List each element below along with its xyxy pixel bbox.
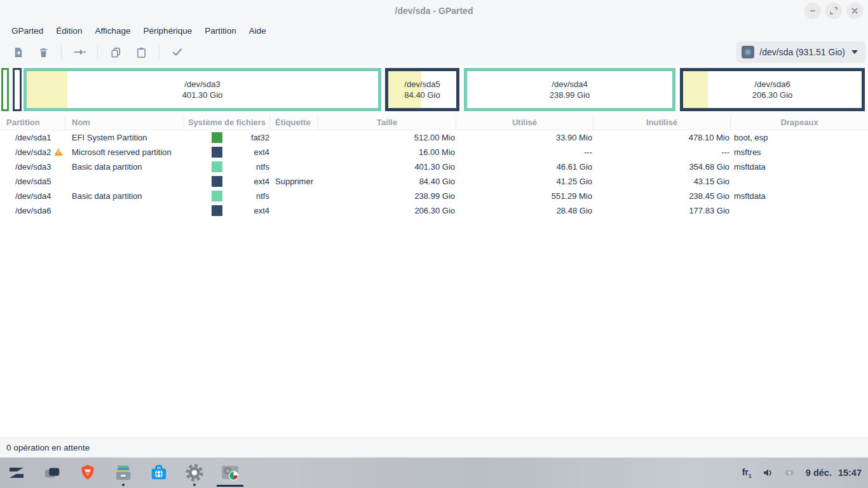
cell-drapeaux: msftdata [731, 189, 868, 203]
software-store-icon [149, 463, 168, 482]
time-label: 15:47 [838, 468, 862, 478]
cell-taille: 401.30 Gio [318, 159, 456, 174]
column-header-etiquette[interactable]: Étiquette [270, 116, 318, 130]
cell-utilise: 33.90 Mio [456, 130, 593, 145]
close-button[interactable] [846, 3, 863, 19]
gparted-icon [220, 463, 240, 483]
cell-inutilise: 238.45 Gio [593, 189, 731, 203]
table-row[interactable]: /dev/sda6ext4206.30 Gio28.48 Gio177.83 G… [0, 203, 868, 218]
date-label: 9 déc. [806, 468, 832, 478]
column-header-systeme[interactable]: Système de fichiers [184, 116, 270, 130]
cell-inutilise: 177.83 Gio [593, 203, 731, 218]
partition-segment-sda4[interactable]: /dev/sda4238.99 Gio [464, 68, 675, 111]
restore-button[interactable] [825, 3, 842, 19]
partition-segment-sda1[interactable] [1, 68, 9, 111]
cell-etiquette [270, 159, 318, 174]
column-header-utilise[interactable]: Utilisé [456, 116, 593, 130]
minimize-icon [809, 7, 817, 15]
cell-drapeaux: msftdata [731, 159, 868, 174]
table-row[interactable]: /dev/sda3Basic data partitionntfs401.30 … [0, 159, 868, 174]
clock[interactable]: 9 déc. 15:47 [806, 468, 862, 478]
column-header-taille[interactable]: Taille [318, 116, 456, 130]
cell-etiquette: Supprimer [270, 174, 318, 189]
menu-edition[interactable]: Édition [51, 24, 87, 37]
zorin-menu-icon [6, 463, 27, 483]
workspaces-button[interactable] [39, 459, 65, 487]
volume-icon[interactable] [762, 467, 775, 478]
cell-partition: /dev/sda2 [0, 145, 65, 159]
chevron-down-icon [851, 50, 858, 54]
running-indicator-dot [122, 484, 125, 486]
file-manager-icon [114, 463, 133, 482]
cell-name: EFI System Partition [65, 130, 184, 145]
paste-button[interactable] [131, 43, 151, 62]
menu-bar: GParted Édition Affichage Périphérique P… [0, 22, 868, 39]
partition-segment-sda3[interactable]: /dev/sda3401.30 Gio [24, 68, 381, 111]
column-header-nom[interactable]: Nom [65, 116, 184, 130]
cell-inutilise: --- [593, 145, 731, 159]
menu-aide[interactable]: Aide [244, 24, 271, 37]
hard-disk-icon [742, 46, 754, 58]
brave-browser-button[interactable] [75, 459, 100, 487]
taskbar: fr1 9 déc. 15:47 [0, 458, 868, 488]
filesystem-color-swatch [212, 147, 222, 158]
partition-segment-label: /dev/sda3401.30 Gio [27, 71, 378, 108]
desktop: /dev/sda - GParted GParted [0, 0, 868, 488]
cell-filesystem: fat32 [184, 130, 270, 145]
cell-filesystem: ext4 [184, 203, 270, 218]
cell-filesystem: ext4 [184, 174, 270, 189]
cell-etiquette [270, 189, 318, 203]
menu-gparted[interactable]: GParted [6, 24, 48, 37]
device-selector[interactable]: /dev/sda (931.51 Gio) [736, 41, 865, 63]
restore-icon [830, 7, 837, 15]
cell-partition: /dev/sda1 [0, 130, 65, 145]
resize-move-button[interactable] [69, 43, 90, 62]
column-header-drapeaux[interactable]: Drapeaux [731, 116, 868, 130]
cell-etiquette [270, 145, 318, 159]
delete-icon [37, 46, 50, 58]
settings-button[interactable] [182, 459, 207, 487]
menu-peripherique[interactable]: Périphérique [139, 24, 198, 37]
menu-partition[interactable]: Partition [200, 24, 241, 37]
cell-inutilise: 478.10 Mio [593, 130, 731, 145]
table-row[interactable]: /dev/sda4Basic data partitionntfs238.99 … [0, 189, 868, 203]
keyboard-layout-indicator[interactable]: fr1 [742, 467, 752, 479]
apply-operations-button[interactable] [167, 43, 187, 62]
partition-segment-label: /dev/sda4238.99 Gio [467, 71, 672, 108]
table-row[interactable]: /dev/sda1EFI System Partitionfat32512.00… [0, 130, 868, 145]
column-header-partition[interactable]: Partition [0, 116, 65, 130]
partition-segment-sda5[interactable]: /dev/sda584.40 Gio [385, 68, 459, 111]
copy-button[interactable] [105, 43, 126, 62]
gparted-taskbar-button[interactable] [217, 459, 243, 487]
table-header: Partition Nom Système de fichiers Étique… [0, 116, 868, 130]
system-tray: fr1 9 déc. 15:47 [742, 467, 862, 479]
partition-segment-sda6[interactable]: /dev/sda6206.30 Gio [680, 68, 865, 111]
column-header-inutilise[interactable]: Inutilisé [593, 116, 731, 130]
zorin-menu-button[interactable] [4, 459, 29, 487]
cell-taille: 206.30 Gio [318, 203, 456, 218]
software-store-button[interactable] [146, 459, 172, 487]
cell-name: Basic data partition [65, 189, 184, 203]
active-window-indicator [217, 485, 243, 487]
table-row[interactable]: /dev/sda5ext4Supprimer84.40 Gio41.25 Gio… [0, 174, 868, 189]
cell-name: Basic data partition [65, 159, 184, 174]
delete-partition-button[interactable] [33, 43, 53, 62]
cell-utilise: 28.48 Gio [456, 203, 593, 218]
menu-affichage[interactable]: Affichage [90, 24, 136, 37]
partition-segment-sda2[interactable] [13, 68, 22, 111]
partition-segment-label: /dev/sda584.40 Gio [388, 71, 456, 108]
cell-utilise: 551.29 Mio [456, 189, 593, 203]
close-icon [851, 7, 858, 15]
table-row[interactable]: /dev/sda2Microsoft reserved partitionext… [0, 145, 868, 159]
battery-charging-icon[interactable] [785, 468, 796, 477]
cell-drapeaux: msftres [731, 145, 868, 159]
file-manager-button[interactable] [111, 459, 136, 487]
filesystem-color-swatch [212, 205, 222, 216]
cell-partition: /dev/sda5 [0, 174, 65, 189]
minimize-button[interactable] [804, 3, 821, 19]
filesystem-color-swatch [212, 191, 222, 201]
partition-bar-area: /dev/sda3401.30 Gio/dev/sda584.40 Gio/de… [0, 65, 868, 116]
copy-icon [110, 46, 122, 58]
new-partition-button[interactable] [8, 43, 28, 62]
cell-utilise: --- [456, 145, 593, 159]
